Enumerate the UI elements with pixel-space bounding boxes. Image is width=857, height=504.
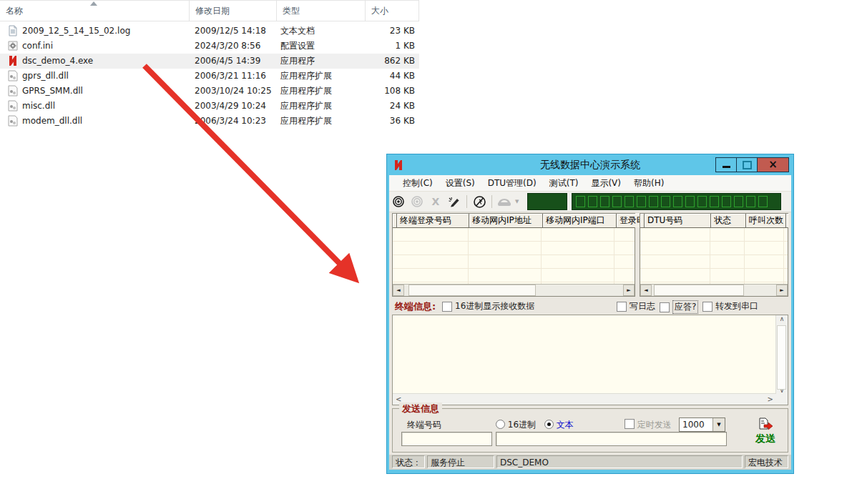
scroll-right-icon[interactable]: > xyxy=(768,395,773,403)
file-size: 24 KB xyxy=(390,99,415,114)
led-panel xyxy=(572,193,781,210)
column-header-type[interactable]: 类型 xyxy=(277,1,366,21)
terminal-list[interactable]: 终端登录号码 移动网内IP地址 移动网内IP端口 登录时 ◄ ► xyxy=(392,213,635,297)
led-indicator xyxy=(588,196,597,207)
minimize-icon xyxy=(723,166,730,168)
combo-dropdown-icon[interactable]: ▼ xyxy=(712,418,725,431)
file-row[interactable]: misc.dll 2003/4/29 10:24 应用程序扩展 24 KB xyxy=(0,99,419,114)
header-sliver xyxy=(786,214,789,227)
hex-display-checkbox[interactable]: 16进制显示接收数据 xyxy=(442,300,534,312)
app-name-panel: DSC_DEMO xyxy=(496,455,743,468)
file-row[interactable]: conf.ini 2024/3/20 8:56 配置设置 1 KB xyxy=(0,39,419,54)
led-indicator xyxy=(746,196,755,207)
terminal-number-input[interactable] xyxy=(401,432,492,446)
checkbox-icon xyxy=(625,419,635,429)
forward-serial-checkbox[interactable]: 转发到串口 xyxy=(702,300,758,312)
column-header-date[interactable]: 修改日期 xyxy=(190,1,277,21)
receive-message-area[interactable]: ∧ ∨ < > xyxy=(392,315,788,405)
terminal-info-label: 终端信息: xyxy=(395,300,436,313)
answer-checkbox[interactable]: 应答? xyxy=(660,300,698,314)
power-icon[interactable] xyxy=(470,193,489,210)
start-service-icon[interactable] xyxy=(389,193,408,210)
file-row[interactable]: gprs_dll.dll 2006/3/21 11:16 应用程序扩展 44 K… xyxy=(0,69,419,84)
radio-text[interactable]: 文本 xyxy=(544,419,574,431)
column-header-name[interactable]: 名称 xyxy=(0,1,190,21)
file-size: 44 KB xyxy=(390,69,415,84)
write-log-checkbox[interactable]: 写日志 xyxy=(617,300,655,312)
scroll-left-icon[interactable]: ◄ xyxy=(640,285,652,296)
led-indicator xyxy=(710,196,719,207)
send-info-group: 发送信息 终端号码 16进制 文本 定时发送 1000 ▼ 发送 xyxy=(392,408,788,453)
col-dtu-number[interactable]: DTU号码 xyxy=(645,214,710,227)
file-row[interactable]: modem_dll.dll 2006/3/24 10:23 应用程序扩展 36 … xyxy=(0,114,419,129)
col-status[interactable]: 状态 xyxy=(711,214,745,227)
ini-file-icon xyxy=(7,40,19,51)
timed-send-checkbox[interactable]: 定时发送 xyxy=(625,419,672,431)
menu-settings[interactable]: 设置(S) xyxy=(439,177,481,189)
phone-dropdown-arrow[interactable]: ▼ xyxy=(515,199,519,204)
titlebar[interactable]: 无线数据中心演示系统 × xyxy=(389,154,791,175)
dtu-list[interactable]: DTU号码 状态 呼叫次数 ◄ ► xyxy=(640,213,788,297)
dial-phone-icon[interactable] xyxy=(495,193,514,210)
file-row[interactable]: GPRS_SMM.dll 2003/10/24 10:25 应用程序扩展 108… xyxy=(0,84,419,99)
col-mobile-ip-port[interactable]: 移动网内IP端口 xyxy=(543,214,616,227)
col-call-count[interactable]: 呼叫次数 xyxy=(746,214,785,227)
minimize-button[interactable] xyxy=(715,157,737,172)
dtu-list-hscrollbar[interactable]: ◄ ► xyxy=(640,284,788,296)
toolbar-separator xyxy=(491,195,492,208)
dll-file-icon xyxy=(7,115,19,127)
menu-dtu-manage[interactable]: DTU管理(D) xyxy=(481,177,543,189)
scroll-up-icon[interactable]: ∧ xyxy=(780,315,785,322)
file-name: gprs_dll.dll xyxy=(22,69,69,84)
send-button[interactable]: 发送 xyxy=(747,415,784,448)
file-date: 2006/3/24 10:23 xyxy=(195,114,266,129)
radio-selected-icon xyxy=(544,420,554,429)
led-indicator xyxy=(722,196,731,207)
checkbox-icon xyxy=(702,302,712,312)
horizontal-scrollbar[interactable]: < > xyxy=(393,393,776,405)
menu-help[interactable]: 帮助(H) xyxy=(627,177,670,189)
scroll-right-icon[interactable]: ► xyxy=(776,285,788,296)
interval-combobox[interactable]: 1000 ▼ xyxy=(679,417,725,432)
column-header-size[interactable]: 大小 xyxy=(366,1,419,21)
led-indicator xyxy=(637,196,646,207)
terminal-number-label: 终端号码 xyxy=(407,419,441,431)
led-indicator xyxy=(697,196,707,207)
file-size: 36 KB xyxy=(390,114,415,129)
toolbar: X ▼ xyxy=(389,192,791,212)
file-date: 2006/3/21 11:16 xyxy=(195,69,266,84)
checkbox-icon xyxy=(442,302,452,312)
radio-hex[interactable]: 16进制 xyxy=(496,419,536,431)
close-button[interactable]: × xyxy=(757,157,789,172)
col-mobile-ip-address[interactable]: 移动网内IP地址 xyxy=(469,214,542,227)
file-explorer: 名称 修改日期 类型 大小 2009_12_5_14_15_02.log 200… xyxy=(0,0,419,21)
file-type: 应用程序扩展 xyxy=(280,114,332,129)
file-name: 2009_12_5_14_15_02.log xyxy=(22,24,130,39)
text-file-icon xyxy=(7,25,19,36)
scroll-left-icon[interactable]: ◄ xyxy=(393,285,404,296)
file-row-selected[interactable]: dsc_demo_4.exe 2006/4/5 14:39 应用程序 862 K… xyxy=(0,54,419,69)
vertical-scroll-thumb[interactable] xyxy=(777,325,786,390)
file-date: 2006/4/5 14:39 xyxy=(195,54,260,69)
file-date: 2009/12/5 14:18 xyxy=(195,24,266,39)
header-sliver xyxy=(393,214,396,227)
col-terminal-login-number[interactable]: 终端登录号码 xyxy=(397,214,469,227)
file-size: 108 KB xyxy=(384,84,415,99)
menu-test[interactable]: 测试(T) xyxy=(543,177,585,189)
scroll-right-icon[interactable]: ► xyxy=(623,285,635,296)
delete-icon[interactable]: X xyxy=(426,193,445,210)
file-type: 应用程序扩展 xyxy=(280,69,332,84)
terminal-list-hscrollbar[interactable]: ◄ ► xyxy=(393,284,635,296)
send-message-input[interactable] xyxy=(496,432,727,446)
menu-view[interactable]: 显示(V) xyxy=(584,177,627,189)
file-date: 2024/3/20 8:56 xyxy=(195,39,260,54)
file-date: 2003/4/29 10:24 xyxy=(195,99,266,114)
file-row[interactable]: 2009_12_5_14_15_02.log 2009/12/5 14:18 文… xyxy=(0,24,419,39)
stop-service-icon[interactable] xyxy=(408,193,426,210)
menu-control[interactable]: 控制(C) xyxy=(396,177,439,189)
file-list: 2009_12_5_14_15_02.log 2009/12/5 14:18 文… xyxy=(0,24,419,129)
led-indicator xyxy=(649,196,658,207)
clear-icon[interactable] xyxy=(445,193,464,210)
maximize-button[interactable] xyxy=(736,157,758,172)
file-type: 应用程序扩展 xyxy=(280,84,332,99)
